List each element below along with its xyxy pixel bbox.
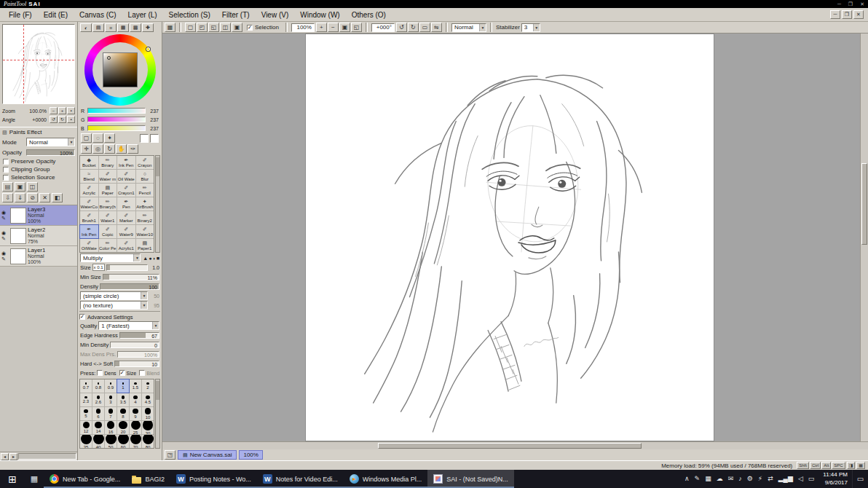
brush-preset[interactable]: ✏ Binary2 xyxy=(136,211,154,224)
nav-zoom-out-icon[interactable]: − xyxy=(50,107,58,114)
size-unit-button[interactable]: x 0.1 xyxy=(92,264,105,271)
brush-blend-select[interactable]: Multiply ▼ xyxy=(80,253,141,262)
layer-visibility-icon[interactable]: ◉ xyxy=(1,251,9,256)
brush-shape-square-icon[interactable]: ■ xyxy=(157,256,159,261)
brush-preset[interactable]: ✐ Brush1 xyxy=(80,211,98,224)
brush-size-cell[interactable]: 12 xyxy=(80,421,92,434)
brush-preset[interactable]: ✦ AirBrush xyxy=(136,197,154,210)
paint-effect-option[interactable]: Preserve Opacity xyxy=(0,157,77,165)
swatches-tab-icon[interactable]: ▩ xyxy=(130,23,141,32)
brush-texture-select[interactable]: (no texture) ▼ xyxy=(80,301,148,310)
taskbar-app[interactable]: SAI - (Not Saved)N... xyxy=(427,470,514,488)
brush-shape-triangle-icon[interactable]: ▲ xyxy=(143,256,148,261)
taskbar-app[interactable]: BAGI2 xyxy=(126,470,170,488)
press-option[interactable]: Dens xyxy=(97,370,116,376)
flip-horizontal-icon[interactable]: ⇋ xyxy=(431,23,442,32)
brush-preset[interactable]: ✏ Binary(h xyxy=(99,197,117,210)
sync-icon[interactable]: ⇄ xyxy=(768,476,773,482)
menu-item[interactable]: Canvas (C) xyxy=(74,9,122,20)
network-icon[interactable]: ▂▄▆ xyxy=(778,476,793,482)
quality-select[interactable]: 1 (Fastest) ▼ xyxy=(98,321,159,330)
nav-rotate-ccw-icon[interactable]: ↺ xyxy=(50,116,58,123)
hand-tool-icon[interactable]: ✋ xyxy=(116,144,127,154)
brush-preset[interactable]: ✐ Marker xyxy=(117,211,135,224)
brush-size-cell[interactable]: 14 xyxy=(92,421,104,434)
canvas-angle-field[interactable]: +000° xyxy=(371,23,395,32)
brush-size-cell[interactable]: 7 xyxy=(105,407,117,420)
zoom-reset-icon[interactable]: ▣ xyxy=(339,23,350,32)
Layer2[interactable]: ◉ ✎ Layer2 Normal 75% xyxy=(0,226,77,246)
brush-preset[interactable]: ✐ Water9 xyxy=(117,225,135,238)
task-view-icon[interactable]: ▦ xyxy=(25,470,44,488)
pen-icon[interactable]: ✎ xyxy=(695,476,701,482)
taskbar-app[interactable]: Posting Notes - Wo... xyxy=(170,470,257,488)
taskbar-app[interactable]: Notes for Video Edi... xyxy=(257,470,344,488)
brush-preset[interactable]: ▤ Paper1 xyxy=(136,239,154,252)
brush-preset[interactable]: ✐ Acrylic1 xyxy=(117,239,135,252)
rgb-slider[interactable] xyxy=(87,125,146,131)
rotate-ccw-icon[interactable]: ↺ xyxy=(396,23,407,32)
power-icon[interactable]: ⚡ xyxy=(758,476,762,482)
brush-preset[interactable]: ✐ WaterCo xyxy=(80,197,98,210)
brush-preset[interactable]: ✒ Ink Pen xyxy=(117,156,135,169)
nav-zoom-reset-icon[interactable]: ▪ xyxy=(67,107,75,114)
move-tool-icon[interactable]: ✛ xyxy=(81,144,92,154)
min-density-slider[interactable]: 0 xyxy=(110,342,159,348)
layer-visibility-icon[interactable]: ◉ xyxy=(1,210,9,215)
brush-preset[interactable]: ✐ Water10 xyxy=(136,225,154,238)
menu-item[interactable]: Layer (L) xyxy=(122,9,163,20)
brush-size-cell[interactable]: 6 xyxy=(92,407,104,420)
brush-size-cell[interactable]: 16 xyxy=(105,421,117,434)
display-icon[interactable]: ▦ xyxy=(705,476,711,482)
press-option[interactable]: Blend xyxy=(139,370,159,376)
mail-icon[interactable]: ✉ xyxy=(728,476,734,482)
new-linework-layer-icon[interactable]: ◫ xyxy=(27,182,38,192)
selection-toggle[interactable]: Selection xyxy=(244,23,282,31)
brush-size-cell[interactable]: 4 xyxy=(130,393,141,406)
press-option[interactable]: Size xyxy=(119,370,137,376)
density-slider[interactable]: 100 xyxy=(100,283,159,290)
brush-preset[interactable]: ✏ Color Pe xyxy=(99,239,117,252)
brush-size-cell[interactable]: 3 xyxy=(105,393,117,406)
maximize-icon[interactable]: ❐ xyxy=(848,1,853,7)
size-grid-scrollbar[interactable] xyxy=(155,379,160,449)
brush-preset[interactable]: ✐ Water1 xyxy=(99,211,117,224)
toolbar-grid-icon[interactable]: ▦ xyxy=(165,23,175,32)
paint-blend-select[interactable]: Normal ▼ xyxy=(451,23,486,32)
start-button[interactable]: ⊞ xyxy=(0,470,25,488)
nav-angle-reset-icon[interactable]: ▪ xyxy=(67,116,75,123)
menu-item[interactable]: View (V) xyxy=(256,9,295,20)
primary-color-swatch[interactable] xyxy=(140,134,149,143)
scroll-track[interactable] xyxy=(18,453,76,460)
brush-size-cell[interactable]: 9 xyxy=(130,407,141,420)
new-layer-set-icon[interactable]: ▣ xyxy=(15,182,25,192)
brush-preset[interactable]: ≈ Blend xyxy=(80,170,98,183)
selection-add-icon[interactable]: ◰ xyxy=(197,23,208,32)
selection-transform-icon[interactable]: ▣ xyxy=(232,23,242,32)
brush-preset[interactable]: ✒ Ink Pen xyxy=(80,225,98,238)
brush-size-cell[interactable]: 2 xyxy=(142,379,154,393)
stabilizer-select[interactable]: 3 ▼ xyxy=(521,23,540,32)
layer-mask-icon[interactable]: ◧ xyxy=(52,193,63,202)
brush-size-cell[interactable]: 60 xyxy=(117,435,129,448)
action-center-icon[interactable]: ▭ xyxy=(852,470,868,488)
menu-item[interactable]: Edit (E) xyxy=(38,9,74,20)
brush-size-cell[interactable]: 1.5 xyxy=(130,379,141,393)
brush-preset[interactable]: ◆ Bucket xyxy=(80,156,98,169)
paint-effect-option[interactable]: Selection Source xyxy=(0,173,77,181)
brush-size-cell[interactable]: 2.6 xyxy=(92,393,104,406)
zoom-out-icon[interactable]: − xyxy=(328,23,339,32)
transfer-down-icon[interactable]: ⇩ xyxy=(2,193,13,202)
rgb-slider[interactable] xyxy=(87,117,146,122)
rgb-slider-tab-icon[interactable]: ▤ xyxy=(92,23,104,32)
brush-size-cell[interactable]: 0.8 xyxy=(92,379,104,393)
paint-effect-option[interactable]: Clipping Group xyxy=(0,165,77,173)
magic-wand-icon[interactable]: ✦ xyxy=(104,133,115,143)
brush-size-cell[interactable]: 80 xyxy=(142,435,154,448)
brush-size-cell[interactable]: 5 xyxy=(80,407,92,420)
mdi-minimize-icon[interactable]: ─ xyxy=(830,10,840,19)
canvas-zoom-field[interactable]: 100% xyxy=(291,23,315,32)
scroll-right-icon[interactable]: ▸ xyxy=(9,453,17,460)
opacity-slider[interactable]: 100% xyxy=(26,149,75,156)
menu-item[interactable]: Filter (T) xyxy=(216,9,256,20)
